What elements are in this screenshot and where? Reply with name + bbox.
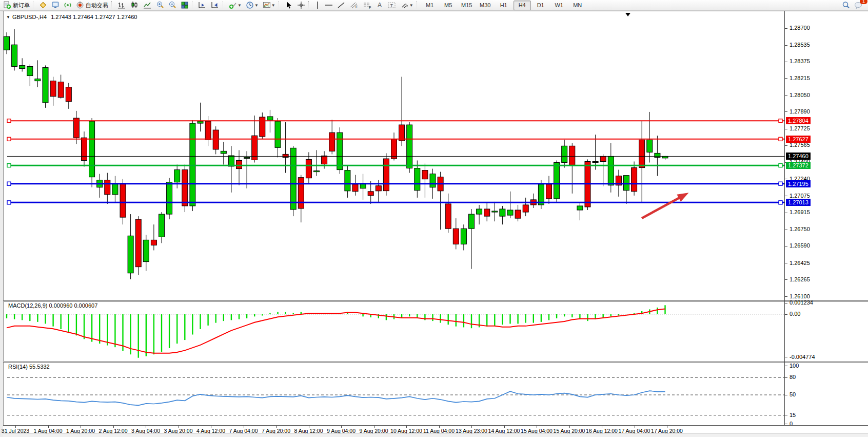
candle-body [12, 45, 17, 66]
chevron-down-icon: ▼ [409, 3, 413, 8]
equidistant-channel-button[interactable]: E [347, 0, 361, 10]
auto-scroll-button[interactable] [209, 0, 222, 10]
candle-body [352, 184, 358, 192]
line-chart-icon [143, 1, 152, 9]
notification-badge: 1 [860, 0, 867, 4]
vertical-line-icon [314, 1, 321, 9]
line-handle[interactable] [7, 201, 11, 204]
timeframe-button-m1[interactable]: M1 [421, 1, 439, 10]
chart-shift-button[interactable] [196, 0, 209, 10]
line-handle[interactable] [7, 119, 11, 123]
chart-stage[interactable] [3, 11, 868, 437]
bar-chart-button[interactable] [115, 0, 128, 10]
price-tick [785, 111, 787, 112]
text-label-button[interactable]: T [385, 0, 399, 10]
candle-body [167, 182, 172, 214]
tile-windows-button[interactable] [179, 0, 191, 10]
price-tick [785, 279, 787, 280]
svg-text:T: T [390, 3, 393, 8]
price-axis-label: 1.26590 [790, 242, 810, 249]
candle-body [19, 65, 25, 68]
line-chart-button[interactable] [141, 0, 154, 10]
timeframe-button-m15[interactable]: M15 [458, 1, 476, 10]
crosshair-icon [297, 1, 305, 9]
search-icon [842, 1, 850, 9]
rsi-panel-splitter[interactable] [3, 361, 868, 363]
timeframe-button-h4[interactable]: H4 [514, 1, 531, 10]
search-button[interactable] [840, 0, 852, 10]
line-handle[interactable] [7, 137, 11, 141]
vertical-line-button[interactable] [312, 0, 323, 10]
svg-text:A: A [378, 2, 382, 9]
chart-shift-marker[interactable] [625, 13, 630, 16]
candle-body [190, 123, 195, 206]
timeframe-button-d1[interactable]: D1 [532, 1, 549, 10]
price-axis-label: 1.28700 [790, 25, 810, 31]
line-handle[interactable] [7, 164, 11, 167]
text-button[interactable]: A [374, 0, 385, 10]
horizontal-line-button[interactable] [323, 0, 335, 10]
auto-scroll-icon [211, 1, 220, 9]
autotrade-button[interactable]: 自动交易 [74, 0, 110, 10]
candle-body [143, 240, 149, 261]
timeframe-button-m5[interactable]: M5 [440, 1, 457, 10]
templates-button[interactable]: ▼ [261, 0, 278, 10]
autotrade-icon [76, 1, 84, 9]
chart-plot[interactable] [3, 11, 784, 437]
terminal-icon [51, 1, 60, 9]
candle-body [4, 36, 10, 50]
chevron-down-icon: ▼ [271, 3, 275, 8]
price-axis-label: 1.27890 [790, 108, 810, 115]
rsi-axis-label: 100 [790, 363, 799, 369]
indicators-button[interactable]: ▼ [227, 0, 244, 10]
candle-body [50, 81, 56, 97]
candle-body [120, 183, 126, 217]
candle-body [244, 157, 250, 158]
candle-body [515, 210, 521, 218]
line-handle[interactable] [779, 137, 782, 141]
timeframe-button-h1[interactable]: H1 [495, 1, 512, 10]
chevron-down-icon: ▼ [254, 3, 259, 8]
line-handle[interactable] [779, 201, 782, 204]
candle-body [562, 146, 567, 162]
candle-body [58, 82, 64, 98]
timeframe-button-w1[interactable]: W1 [550, 1, 568, 10]
horizontal-line-icon [325, 1, 333, 9]
candle-body [345, 170, 350, 191]
arrows-button[interactable]: ▼ [399, 0, 416, 10]
terminal-button[interactable] [49, 0, 62, 10]
candle-body [337, 132, 343, 169]
new-order-button[interactable]: 新订单 [1, 0, 32, 10]
zoom-in-button[interactable] [154, 0, 166, 10]
candle-body [507, 210, 513, 215]
line-handle[interactable] [779, 164, 782, 167]
annotation-arrow-head[interactable] [677, 193, 688, 202]
price-tick [785, 78, 787, 79]
cursor-button[interactable] [283, 0, 295, 10]
fibonacci-button[interactable]: F [361, 0, 374, 10]
periods-button[interactable]: ▼ [244, 0, 261, 10]
candle-body [484, 209, 490, 216]
notifications-button[interactable]: 1 [852, 0, 865, 10]
cursor-icon [285, 1, 293, 9]
trendline-button[interactable] [335, 0, 347, 10]
candle-body [151, 240, 156, 245]
line-handle[interactable] [779, 182, 782, 185]
quotes-button[interactable] [37, 0, 49, 10]
candle-chart-button[interactable] [128, 0, 141, 10]
price-axis-label: 1.26265 [790, 276, 810, 282]
timeframe-button-m30[interactable]: M30 [477, 1, 494, 10]
collapse-triangle-icon[interactable]: ▼ [6, 15, 10, 20]
annotation-arrow[interactable] [642, 198, 680, 218]
candle-body [105, 180, 110, 195]
timeframe-button-mn[interactable]: MN [569, 1, 586, 10]
crosshair-button[interactable] [295, 0, 307, 10]
candle-body [174, 170, 180, 182]
status-bar [3, 433, 868, 437]
zoom-out-button[interactable] [166, 0, 179, 10]
timeframe-bar: M1M5M15M30H1H4D1W1MN [421, 1, 587, 10]
line-handle[interactable] [7, 182, 11, 185]
line-handle[interactable] [779, 119, 782, 123]
macd-panel-splitter[interactable] [3, 300, 868, 302]
new-order-icon [3, 1, 11, 9]
